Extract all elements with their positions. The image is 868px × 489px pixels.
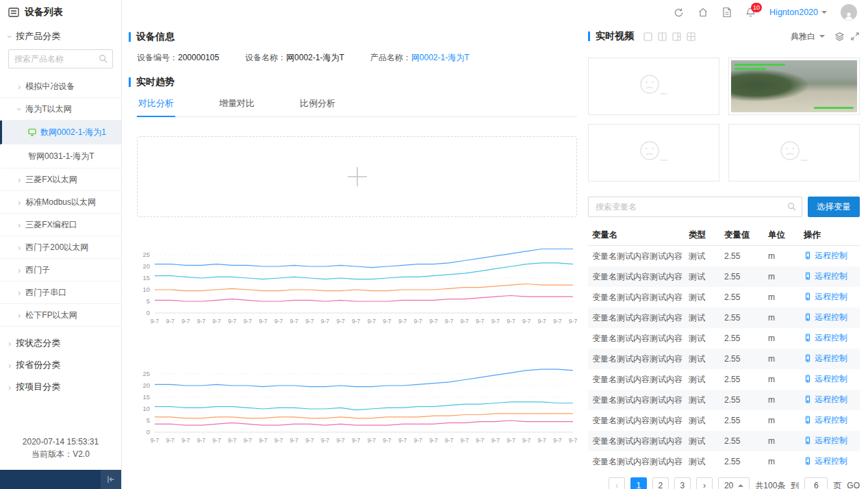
layout-grid-icon[interactable] <box>687 32 695 41</box>
go-button[interactable]: GO <box>847 481 860 489</box>
refresh-icon[interactable] <box>674 8 684 18</box>
collapse-sidebar-button[interactable] <box>101 470 121 489</box>
cell-variable-name: 变量名测试内容测试内容 <box>588 308 685 328</box>
avatar[interactable] <box>841 4 857 21</box>
page-button[interactable]: 1 <box>630 477 647 489</box>
sidebar-header: 设备列表 <box>0 0 121 25</box>
svg-text:9-7: 9-7 <box>507 318 515 325</box>
cell-variable-name: 变量名测试内容测试内容 <box>588 390 685 410</box>
tree-item[interactable]: ›海为T以太网 <box>0 98 121 121</box>
svg-text:9-7: 9-7 <box>414 318 423 325</box>
video-slot-2[interactable] <box>728 58 860 115</box>
chevron-down-icon <box>819 35 825 38</box>
tree-item[interactable]: ›松下FP以太网 <box>0 304 121 327</box>
remote-control-link[interactable]: 远程控制 <box>804 374 847 384</box>
category-by-product[interactable]: › 按产品分类 <box>0 25 121 48</box>
tab-compare-analysis[interactable]: 对比分析 <box>137 92 175 117</box>
layout-single-icon[interactable] <box>643 32 652 41</box>
svg-text:9-7: 9-7 <box>166 437 175 444</box>
remote-control-link[interactable]: 远程控制 <box>804 333 847 342</box>
video-slot-1[interactable] <box>588 58 719 115</box>
page-size-select[interactable]: 20 <box>718 477 750 489</box>
sidebar-section[interactable]: ›按状态分类 <box>0 332 121 354</box>
tab-ratio-analysis[interactable]: 比例分析 <box>298 92 337 117</box>
tree-item[interactable]: ›三菱FX编程口 <box>0 214 121 236</box>
device-id-field: 设备编号：200000105 <box>137 52 219 64</box>
cell-variable-name: 变量名测试内容测试内容 <box>588 410 685 431</box>
tree-item[interactable]: ›西门子串口 <box>0 281 121 304</box>
home-icon[interactable] <box>698 7 709 18</box>
svg-text:9-7: 9-7 <box>383 318 392 325</box>
remote-control-link[interactable]: 远程控制 <box>804 394 847 404</box>
jump-label: 到 <box>791 480 799 489</box>
next-page-button[interactable]: › <box>696 477 713 489</box>
page-button[interactable]: 2 <box>652 477 669 489</box>
footer-time: 2020-07-14 15:53:31 <box>0 436 121 448</box>
document-icon[interactable] <box>722 7 732 18</box>
fullscreen-icon[interactable] <box>850 32 860 41</box>
theme-select[interactable]: 典雅白 <box>791 31 825 42</box>
product-search-input[interactable] <box>8 49 113 68</box>
tree-child-item[interactable]: 数网0002-1-海为1 <box>0 121 121 145</box>
user-menu[interactable]: Hignton2020 <box>769 8 827 17</box>
svg-text:9-7: 9-7 <box>553 318 562 325</box>
table-row: 变量名测试内容测试内容测试2.55m远程控制 <box>588 266 860 287</box>
table-row: 变量名测试内容测试内容测试2.55m远程控制 <box>588 390 860 410</box>
col-unit: 单位 <box>764 225 800 246</box>
remote-control-link[interactable]: 远程控制 <box>804 251 847 260</box>
remote-control-link[interactable]: 远程控制 <box>804 456 847 466</box>
select-variable-button[interactable]: 选择变量 <box>808 197 860 217</box>
tree-item[interactable]: ›三菱FX以太网 <box>0 168 121 191</box>
device-info-title: 设备信息 <box>129 30 577 44</box>
remote-control-link[interactable]: 远程控制 <box>804 353 847 363</box>
remote-control-link[interactable]: 远程控制 <box>804 292 847 301</box>
remote-control-link[interactable]: 远程控制 <box>804 415 847 425</box>
svg-text:9-7: 9-7 <box>368 318 376 325</box>
svg-text:9-7: 9-7 <box>212 437 221 444</box>
cell-type: 测试 <box>685 246 720 267</box>
sidebar-title: 设备列表 <box>25 6 63 18</box>
tree-child-item[interactable]: 智网0031-1-海为T <box>0 145 121 168</box>
remote-control-link[interactable]: 远程控制 <box>804 436 847 445</box>
video-slot-4[interactable] <box>728 124 860 181</box>
svg-text:9-7: 9-7 <box>429 318 438 325</box>
layout-three-pane-icon[interactable] <box>672 32 681 41</box>
plus-icon <box>344 163 371 190</box>
title-accent-bar <box>129 32 131 42</box>
tree-item[interactable]: ›西门子200以太网 <box>0 236 121 259</box>
remote-control-link[interactable]: 远程控制 <box>804 312 847 322</box>
cell-type: 测试 <box>685 410 720 431</box>
tree-item[interactable]: ›西门子 <box>0 259 121 281</box>
layout-two-pane-icon[interactable] <box>658 32 667 41</box>
jump-page-input[interactable] <box>804 477 828 489</box>
svg-text:9-7: 9-7 <box>476 318 485 325</box>
chevron-right-icon: › <box>18 221 21 229</box>
svg-text:9-7: 9-7 <box>321 318 330 325</box>
tree-item[interactable]: ›模拟中冶设备 <box>0 75 121 98</box>
sidebar-section[interactable]: ›按省份分类 <box>0 354 121 376</box>
svg-text:9-7: 9-7 <box>492 437 500 444</box>
prev-page-button[interactable]: ‹ <box>609 477 625 489</box>
cell-unit: m <box>764 287 800 308</box>
cell-type: 测试 <box>685 369 720 390</box>
variable-search-input[interactable] <box>588 197 802 217</box>
svg-text:9-7: 9-7 <box>522 437 531 444</box>
cell-value: 2.55 <box>720 410 764 431</box>
video-slot-3[interactable] <box>588 124 719 181</box>
video-header: 实时视频 典雅白 <box>588 30 860 42</box>
tree-item[interactable]: ›标准Modbus以太网 <box>0 191 121 214</box>
tab-increment-compare[interactable]: 增量对比 <box>218 92 256 117</box>
svg-text:5: 5 <box>146 416 150 424</box>
sidebar-section[interactable]: ›按项目分类 <box>0 376 121 398</box>
notification-bell-icon[interactable]: 10 <box>745 7 756 18</box>
remote-control-link[interactable]: 远程控制 <box>804 271 847 281</box>
table-row: 变量名测试内容测试内容测试2.55m远程控制 <box>588 431 860 451</box>
layers-icon[interactable] <box>834 32 845 42</box>
cell-type: 测试 <box>685 328 720 349</box>
add-chart-dropzone[interactable] <box>137 136 577 217</box>
chevron-right-icon: › <box>8 383 11 392</box>
cell-value: 2.55 <box>720 349 764 369</box>
page-button[interactable]: 3 <box>674 477 691 489</box>
cell-unit: m <box>764 410 800 431</box>
product-name-link[interactable]: 网0002-1-海为T <box>411 53 470 62</box>
